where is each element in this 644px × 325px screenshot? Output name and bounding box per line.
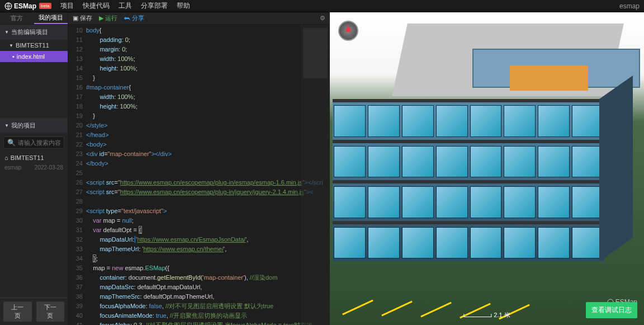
search-icon: 🔍 — [7, 139, 16, 147]
search-input[interactable] — [18, 139, 60, 146]
editor-toolbar: ▣保存 ▶运行 ⮪分享 ⚙ — [68, 12, 330, 25]
section-editing[interactable]: ▼当前编辑项目 — [0, 25, 68, 40]
share-label: 分享 — [132, 14, 144, 22]
user-label[interactable]: esmap — [619, 2, 640, 10]
save-label: 保存 — [80, 14, 92, 22]
prev-button[interactable]: 上一页 — [3, 302, 32, 322]
scale-line — [463, 314, 491, 317]
tree-project-label: BIMTEST11 — [16, 42, 49, 49]
globe-icon — [4, 2, 12, 10]
section-editing-label: 当前编辑项目 — [11, 28, 48, 36]
editor-body[interactable]: 1011121314151617181920212223242526272829… — [68, 25, 330, 325]
preview-pane: 2.1 米 ESMap 查看调试日志 — [330, 12, 644, 325]
tree-file-label: index.html — [17, 53, 45, 60]
line-gutter: 1011121314151617181920212223242526272829… — [68, 25, 86, 325]
menu-tools[interactable]: 工具 — [114, 1, 136, 11]
search-box[interactable]: 🔍 — [3, 136, 64, 149]
building-front — [333, 99, 605, 261]
project-item-name: BIMTEST11 — [11, 154, 44, 161]
scale-label: 2.1 米 — [494, 311, 510, 319]
share-button[interactable]: ⮪分享 — [124, 14, 144, 22]
map-canvas[interactable]: 2.1 米 ESMap 查看调试日志 — [330, 12, 644, 325]
brand-beta: beta — [39, 3, 51, 9]
minimap[interactable] — [301, 25, 330, 325]
play-icon: ▶ — [99, 15, 103, 22]
topmenu: 项目 快捷代码 工具 分享部署 帮助 — [56, 1, 195, 11]
project-date: 2022-03-28 — [35, 164, 63, 171]
topbar: ESMap beta 项目 快捷代码 工具 分享部署 帮助 esmap — [0, 0, 644, 12]
section-myproject-label: 我的项目 — [11, 121, 36, 130]
share-icon: ⮪ — [124, 15, 130, 22]
project-owner: esmap — [4, 164, 21, 171]
caret-down-icon: ▼ — [4, 30, 9, 35]
project-meta: esmap2022-03-28 — [0, 163, 68, 174]
editor-pane: ▣保存 ▶运行 ⮪分享 ⚙ 10111213141516171819202122… — [68, 12, 330, 325]
caret-down-icon: ▼ — [9, 43, 13, 48]
compass[interactable] — [338, 21, 358, 41]
brand-logo[interactable]: ESMap beta — [4, 2, 51, 10]
menu-help[interactable]: 帮助 — [172, 1, 195, 11]
run-label: 运行 — [105, 14, 117, 22]
tab-official[interactable]: 官方 — [0, 12, 34, 24]
pager: 上一页 下一页 — [0, 298, 68, 325]
main: 官方 我的项目 ▼当前编辑项目 ▼BIMTEST11 •index.html ▼… — [0, 12, 644, 325]
gear-icon[interactable]: ⚙ — [320, 15, 325, 22]
home-icon: ⌂ — [4, 154, 8, 161]
section-myproject[interactable]: ▼我的项目 — [0, 118, 68, 133]
building-patio — [510, 65, 588, 91]
bullet-icon: • — [12, 53, 15, 60]
brand-name: ESMap — [14, 2, 36, 10]
run-button[interactable]: ▶运行 — [99, 14, 117, 22]
sidebar: 官方 我的项目 ▼当前编辑项目 ▼BIMTEST11 •index.html ▼… — [0, 12, 68, 325]
menu-project[interactable]: 项目 — [56, 1, 78, 11]
log-button[interactable]: 查看调试日志 — [586, 302, 637, 318]
save-icon: ▣ — [73, 15, 78, 22]
project-item[interactable]: ⌂BIMTEST11 — [0, 152, 68, 163]
menu-snippet[interactable]: 快捷代码 — [78, 1, 114, 11]
next-button[interactable]: 下一页 — [36, 302, 65, 322]
building — [333, 23, 633, 264]
minimap-viewport[interactable] — [303, 28, 328, 78]
caret-down-icon: ▼ — [4, 123, 9, 128]
building-side — [599, 76, 633, 261]
tab-mine[interactable]: 我的项目 — [34, 12, 68, 24]
tree-file[interactable]: •index.html — [0, 51, 68, 62]
scale-bar: 2.1 米 — [463, 311, 510, 319]
tree-project[interactable]: ▼BIMTEST11 — [0, 40, 68, 51]
code-area[interactable]: body{ padding: 0; margin: 0; width: 100%… — [86, 25, 330, 325]
save-button[interactable]: ▣保存 — [73, 14, 92, 22]
menu-deploy[interactable]: 分享部署 — [136, 1, 172, 11]
side-tabs: 官方 我的项目 — [0, 12, 68, 25]
